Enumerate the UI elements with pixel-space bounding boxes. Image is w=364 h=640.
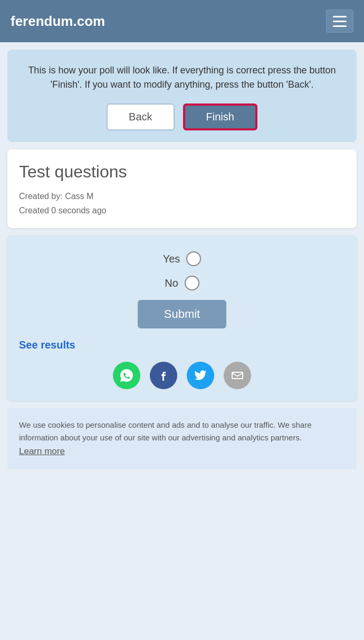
vote-area: Yes No Submit See results — [7, 236, 357, 401]
menu-button[interactable] — [326, 10, 353, 33]
option-yes-label: Yes — [163, 253, 180, 265]
poll-created-by: Created by: Cass M Created 0 seconds ago — [19, 189, 345, 218]
back-button[interactable]: Back — [107, 103, 174, 130]
option-no-radio[interactable] — [185, 276, 199, 290]
learn-more-link[interactable]: Learn more — [19, 446, 65, 456]
twitter-share-button[interactable] — [187, 362, 214, 389]
whatsapp-icon — [119, 368, 134, 383]
facebook-icon — [157, 369, 170, 382]
site-title: ferendum.com — [11, 13, 105, 30]
email-share-button[interactable] — [224, 362, 251, 389]
see-results-link[interactable]: See results — [19, 339, 345, 351]
twitter-icon — [194, 369, 207, 382]
menu-icon-line2 — [333, 21, 347, 22]
header: ferendum.com — [0, 0, 364, 42]
info-text: This is how your poll will look like. If… — [20, 63, 344, 92]
whatsapp-share-button[interactable] — [113, 362, 140, 389]
finish-button[interactable]: Finish — [183, 103, 257, 130]
email-icon — [231, 369, 244, 382]
cookie-notice: We use cookies to personalise content an… — [7, 408, 357, 469]
option-yes-row[interactable]: Yes — [19, 251, 345, 266]
menu-icon-line3 — [333, 25, 347, 27]
info-box: This is how your poll will look like. If… — [7, 50, 357, 142]
social-share-row — [19, 362, 345, 389]
poll-title: Test questions — [19, 162, 345, 182]
option-no-row[interactable]: No — [19, 276, 345, 290]
facebook-share-button[interactable] — [150, 362, 177, 389]
option-yes-radio[interactable] — [186, 251, 201, 266]
option-no-label: No — [165, 277, 178, 289]
submit-button[interactable]: Submit — [138, 300, 226, 328]
poll-card: Test questions Created by: Cass M Create… — [7, 149, 357, 228]
menu-icon-line1 — [333, 16, 347, 17]
cookie-text: We use cookies to personalise content an… — [19, 419, 345, 444]
action-buttons: Back Finish — [20, 103, 344, 130]
